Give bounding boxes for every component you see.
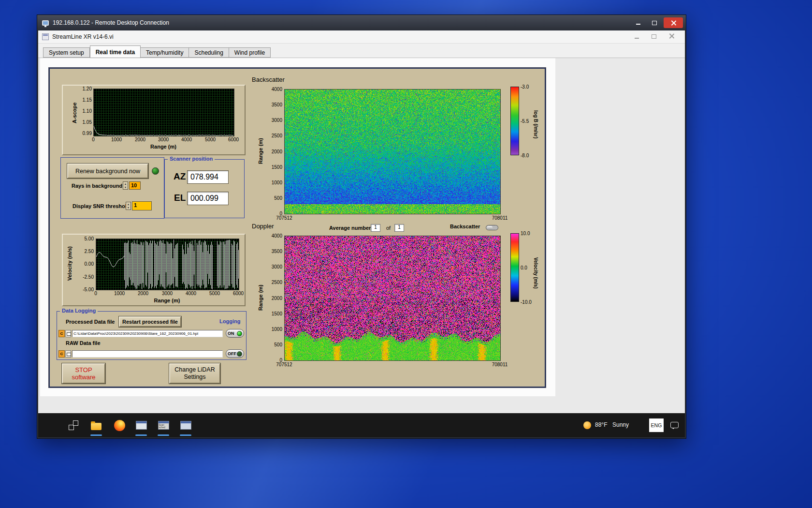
el-value-field[interactable]: 000.099 — [187, 192, 229, 205]
doppler-cbar-label: Velocity (m/s) — [533, 244, 538, 302]
average-number-label: Average number — [329, 225, 371, 231]
data-logging-group: Data Logging Processed Data file Restart… — [57, 311, 246, 360]
background-controls-group: Renew background now Rays in background … — [60, 157, 164, 219]
backscatter-heatmap — [284, 89, 501, 214]
stop-software-button[interactable]: STOP software — [62, 363, 105, 384]
tab-system-setup[interactable]: System setup — [43, 47, 90, 58]
tab-wind-profile[interactable]: Wind profile — [229, 47, 271, 58]
labview-app-button-2[interactable] — [179, 418, 192, 432]
weather-condition[interactable]: Sunny — [612, 421, 629, 428]
spinner-down-icon[interactable]: ▼ — [123, 186, 128, 189]
file-explorer-active-indicator — [90, 434, 102, 436]
spinner-down-icon[interactable]: ▼ — [126, 206, 130, 209]
velocity-frame: Velocity (m/s) 5.00 2.50 0.00 -2.50 -5.0… — [62, 234, 246, 306]
app-titlebar[interactable]: StreamLine XR v14-6.vi — [38, 30, 685, 44]
vi-background: A-scope 1.20 1.15 1.10 1.05 0.99 0 — [40, 58, 555, 396]
raw-drive-box[interactable]: C — [58, 350, 65, 358]
velocity-yaxis: 5.00 2.50 0.00 -2.50 -5.00 — [73, 239, 94, 289]
scanner-position-group: Scanner position AZ 078.994 EL 000.099 — [164, 159, 245, 218]
firefox-button[interactable] — [113, 418, 126, 432]
ascope-yaxis: 1.20 1.15 1.10 1.05 0.99 — [72, 89, 92, 135]
backscatter-colorbar — [510, 87, 519, 155]
backscatter-cbar-label: log B (/m/sr) — [533, 95, 538, 153]
backscatter-x-right: 708011 — [485, 215, 514, 221]
app-close-button[interactable] — [669, 33, 674, 40]
tab-real-time-data[interactable]: Real time data — [90, 45, 141, 58]
rdp-minimize-button[interactable] — [631, 17, 645, 28]
app-minimize-button[interactable] — [635, 33, 639, 40]
doppler-title: Doppler — [252, 223, 274, 230]
raw-logging-toggle[interactable]: OFF — [226, 349, 244, 358]
file-explorer-button[interactable] — [89, 418, 103, 432]
taskbar: Scan sched 88°F Sunny ENG — [38, 413, 685, 437]
firefox-icon — [114, 420, 125, 431]
remote-desktop-icon — [42, 20, 49, 26]
rays-in-background-label: Rays in background — [72, 183, 122, 189]
labview-window-icon — [180, 421, 191, 430]
labview-app-2-active-indicator — [180, 434, 191, 436]
processed-logging-toggle[interactable]: ON — [226, 329, 244, 338]
notifications-icon[interactable] — [670, 422, 679, 428]
doppler-x-right: 708011 — [485, 362, 514, 367]
restart-processed-file-button[interactable]: Restart processed file — [119, 316, 181, 327]
processed-path-field[interactable]: C:\Lidar\Data\Proc\2023\202309\20230906\… — [72, 330, 223, 337]
average-number-field[interactable]: 1 — [371, 224, 380, 232]
change-lidar-settings-button[interactable]: Change LiDAR Settings — [169, 363, 220, 384]
renew-background-button[interactable]: Renew background now — [67, 164, 148, 179]
ascope-xlabel: Range (m) — [93, 144, 233, 149]
task-view-icon — [69, 420, 78, 430]
rdp-window: 192.168.0.122 - Remote Desktop Connectio… — [37, 15, 686, 439]
backscatter-title: Backscatter — [252, 76, 285, 83]
labview-app-1-active-indicator — [135, 434, 147, 436]
doppler-x-left: 707512 — [270, 362, 299, 367]
doppler-ylabel: Range (m) — [258, 272, 263, 323]
scan-scheduler-active-indicator — [158, 434, 169, 436]
rdp-titlebar[interactable]: 192.168.0.122 - Remote Desktop Connectio… — [37, 15, 686, 30]
rays-spinner[interactable]: ▲ ▼ — [123, 181, 128, 190]
snr-value-field[interactable]: 1 — [132, 201, 152, 210]
ascope-plot — [93, 89, 234, 136]
scan-scheduler-button[interactable]: Scan sched — [157, 418, 170, 432]
backscatter-toggle[interactable] — [486, 225, 498, 230]
weather-temperature[interactable]: 88°F — [595, 421, 607, 428]
processed-logging-led — [237, 331, 242, 336]
rdp-title: 192.168.0.122 - Remote Desktop Connectio… — [53, 19, 169, 26]
tab-bar: System setup Real time data Temp/humidit… — [38, 44, 685, 58]
scanner-position-title: Scanner position — [168, 156, 215, 162]
az-label: AZ — [174, 171, 186, 182]
labview-app-button-1[interactable] — [134, 418, 148, 432]
processed-drive-box[interactable]: C — [58, 330, 65, 337]
processed-browse-icon[interactable] — [65, 330, 71, 337]
raw-browse-icon[interactable] — [65, 350, 71, 358]
snr-spinner[interactable]: ▲ ▼ — [126, 202, 131, 210]
spinner-up-icon[interactable]: ▲ — [126, 203, 130, 206]
rays-value-field[interactable]: 10 — [129, 181, 141, 190]
vi-icon — [42, 33, 49, 40]
app-restore-button[interactable] — [652, 33, 656, 40]
tab-scheduling[interactable]: Scheduling — [189, 47, 229, 58]
task-view-button[interactable] — [67, 418, 80, 432]
sun-icon — [583, 421, 591, 429]
weather-button[interactable] — [583, 421, 591, 429]
raw-logging-state: OFF — [228, 351, 236, 356]
app-content: A-scope 1.20 1.15 1.10 1.05 0.99 0 — [38, 58, 685, 413]
spinner-up-icon[interactable]: ▲ — [123, 182, 128, 185]
app-window: StreamLine XR v14-6.vi System setup Real… — [38, 30, 685, 413]
backscatter-toggle-label: Backscatter — [450, 224, 480, 229]
backscatter-ylabel: Range (m) — [258, 126, 263, 177]
backscatter-x-left: 707512 — [270, 215, 299, 221]
doppler-colorbar — [510, 233, 519, 302]
ascope-frame: A-scope 1.20 1.15 1.10 1.05 0.99 0 — [62, 85, 246, 155]
language-button[interactable]: ENG — [649, 418, 664, 432]
logging-label: Logging — [219, 318, 240, 324]
average-count-field[interactable]: 1 — [394, 224, 404, 232]
tab-temp-humidity[interactable]: Temp/humidity — [141, 47, 189, 58]
rdp-close-button[interactable] — [664, 17, 683, 28]
doppler-heatmap — [284, 236, 501, 361]
az-value-field[interactable]: 078.994 — [187, 170, 229, 184]
raw-path-field[interactable] — [72, 350, 223, 358]
labview-window-icon — [136, 421, 147, 430]
rdp-restore-button[interactable] — [647, 17, 662, 28]
ascope-xaxis: 0 1000 2000 3000 4000 5000 6000 — [93, 137, 233, 143]
rdp-client-area: StreamLine XR v14-6.vi System setup Real… — [38, 30, 685, 437]
